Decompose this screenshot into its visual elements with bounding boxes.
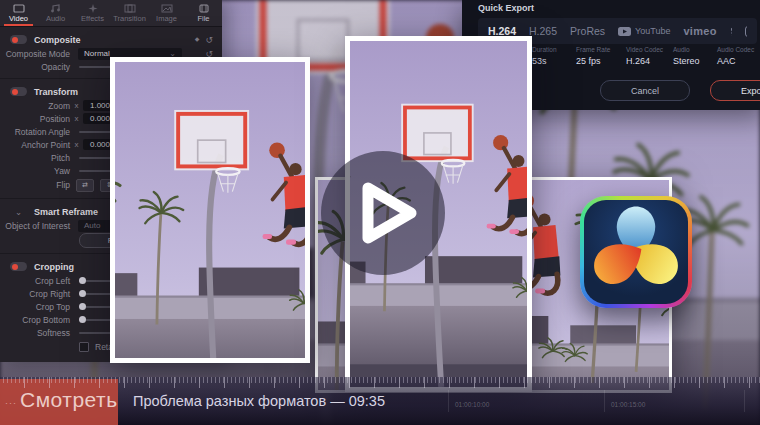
object-of-interest-value: Auto [84,221,100,230]
timeline-divider [448,390,449,412]
pitch-label: Pitch [0,153,70,163]
timecode: 01:00:15:00 [611,401,645,408]
detail-audio-codec: Audio CodecAAC [717,46,754,66]
crop-bottom-label: Crop Bottom [0,315,70,325]
youtube-icon [618,27,631,36]
play-icon [318,148,448,278]
anchor-point-label: Anchor Point [0,140,70,150]
image-tab-icon [161,4,173,13]
preset-prores[interactable]: ProRes [570,25,605,37]
audio-tab-icon [50,4,62,13]
davinci-resolve-logo [580,196,692,308]
reset-icon[interactable]: ↺ [205,35,213,45]
effects-tab-icon [87,4,99,13]
tab-video[interactable]: Video [0,0,37,26]
tab-transition[interactable]: Transition [111,0,148,26]
detail-duration: Duration53s [532,46,557,66]
section-title: Cropping [34,262,74,272]
export-button[interactable]: Export [710,80,760,101]
section-title: Composite [34,35,81,45]
zoom-label: Zoom [0,101,70,111]
transform-toggle[interactable] [10,87,27,96]
tab-label: Audio [46,14,65,23]
tab-label: Image [156,14,177,23]
davinci-resolve-logo-inner [584,200,688,304]
preset-youtube[interactable]: YouTube [618,26,670,36]
softness-label: Softness [0,328,70,338]
tab-effects[interactable]: Effects [74,0,111,26]
tab-file[interactable]: File [185,0,222,26]
inspector-tabs: Video Audio Effects Transition Image Fil… [0,0,222,27]
tab-label: File [197,14,209,23]
retain-image-checkbox[interactable] [79,342,89,352]
crop-right-label: Crop Right [0,289,70,299]
yaw-label: Yaw [0,166,70,176]
cropping-toggle[interactable] [10,262,27,271]
tab-label: Transition [113,14,146,23]
timeline-divider [744,390,745,412]
axis-label: x [70,101,83,110]
section-title: Transform [34,87,78,97]
preset-h265[interactable]: H.265 [529,25,557,37]
object-of-interest-label: Object of Interest [0,221,70,231]
composite-toggle[interactable] [10,35,27,44]
detail-frame-rate: Frame Rate25 fps [576,46,610,66]
crop-top-label: Crop Top [0,302,70,312]
twitter-icon[interactable] [730,26,732,37]
crop-left-label: Crop Left [0,276,70,286]
flip-horizontal-icon: ⇄ [82,181,88,189]
preset-vimeo[interactable]: vimeo [683,25,716,37]
opacity-label: Opacity [0,62,70,72]
video-tab-icon [13,4,25,13]
composite-mode-label: Composite Mode [0,49,70,59]
clip-preview-portrait-left [110,57,310,363]
quick-export-title: Quick Export [462,0,760,13]
rotation-angle-label: Rotation Angle [0,127,70,137]
timeline-divider [604,390,605,412]
davinci-petals-icon [584,200,688,304]
position-label: Position [0,114,70,124]
cancel-button[interactable]: Cancel [600,80,690,101]
timeline-footer: 01:00:10:00 01:00:15:00 ··· Смотреть Про… [0,377,760,425]
tab-label: Effects [81,14,104,23]
detail-audio: AudioStereo [673,46,700,66]
detail-video-codec: Video CodecH.264 [626,46,663,66]
composite-section-header: Composite ◆↺ [0,32,222,47]
chevron-down-icon[interactable]: ⌄ [10,207,27,217]
watch-label: Смотреть [20,388,118,412]
file-tab-icon [198,4,210,13]
tab-audio[interactable]: Audio [37,0,74,26]
video-caption: Проблема разных форматов — 09:35 [133,393,385,409]
tab-label: Video [9,14,28,23]
watch-dots: ··· [5,398,17,408]
transition-tab-icon [124,4,136,13]
frameio-icon[interactable] [745,26,747,37]
play-button[interactable] [318,148,448,278]
composite-mode-value: Normal [84,49,110,58]
keyframe-icon[interactable]: ◆ [195,35,200,45]
tab-image[interactable]: Image [148,0,185,26]
section-title: Smart Reframe [34,207,98,217]
preset-label: YouTube [635,26,670,36]
axis-label: x [70,114,83,123]
timecode: 01:00:10:00 [455,401,489,408]
axis-label: x [70,140,83,149]
flip-horizontal-button[interactable]: ⇄ [76,179,94,192]
flip-label: Flip [0,180,70,190]
